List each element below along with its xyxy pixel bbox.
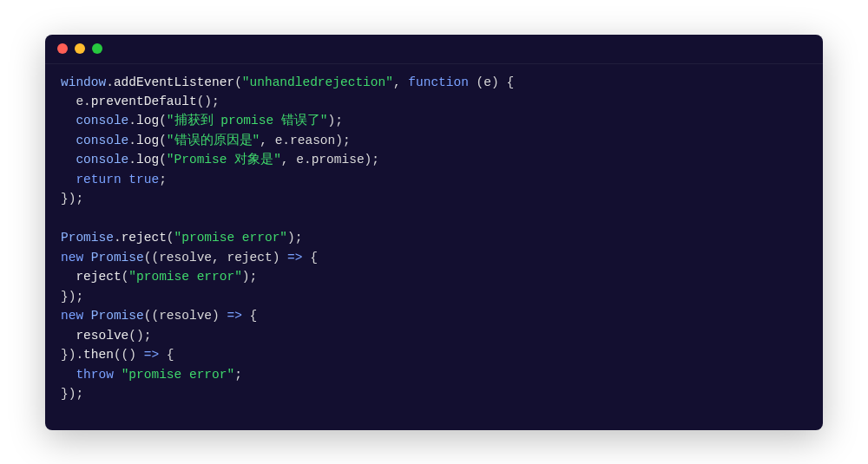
code-token: (: [234, 75, 242, 89]
code-token: (: [167, 231, 174, 245]
code-token: .: [128, 134, 136, 147]
code-token: [61, 329, 76, 343]
code-token: new: [61, 251, 83, 265]
code-token: function: [408, 75, 469, 89]
code-token: reject: [122, 231, 167, 245]
code-token: window: [61, 75, 106, 89]
zoom-icon[interactable]: [92, 43, 102, 54]
code-window: window.addEventListener("unhandledreject…: [45, 35, 823, 430]
code-token: .: [83, 95, 91, 108]
code-token: =>: [227, 309, 241, 323]
code-token: [61, 173, 76, 186]
code-token: "Promise 对象是": [167, 153, 281, 167]
code-token: then: [83, 348, 114, 362]
code-token: e: [483, 75, 491, 89]
code-token: );: [287, 231, 302, 245]
code-block: window.addEventListener("unhandledreject…: [61, 73, 823, 404]
minimize-icon[interactable]: [75, 43, 85, 54]
code-token: }).: [61, 348, 83, 362]
code-token: ,: [260, 134, 274, 147]
code-token: ((: [144, 309, 159, 323]
code-scroll-area[interactable]: window.addEventListener("unhandledreject…: [45, 64, 823, 430]
code-token: "错误的原因是": [167, 134, 260, 147]
code-token: "unhandledrejection": [242, 75, 393, 89]
close-icon[interactable]: [57, 43, 68, 54]
code-token: ;: [159, 173, 167, 186]
code-token: ): [212, 309, 227, 323]
code-token: promise: [312, 153, 365, 167]
code-token: return: [76, 173, 121, 186]
code-token: {: [159, 348, 174, 362]
code-token: log: [136, 114, 159, 127]
code-token: .: [304, 153, 312, 167]
code-token: [61, 153, 76, 167]
code-token: console: [76, 153, 128, 167]
code-token: "promise error": [174, 231, 288, 245]
code-token: resolve: [76, 329, 128, 343]
code-token: [61, 134, 76, 147]
code-token: reject: [76, 270, 121, 284]
code-token: "promise error": [128, 270, 242, 284]
code-token: ,: [281, 153, 296, 167]
code-token: console: [76, 114, 128, 127]
code-token: true: [128, 173, 159, 186]
code-token: ((: [144, 251, 159, 265]
code-token: resolve: [159, 251, 212, 265]
code-token: log: [136, 153, 159, 167]
code-token: resolve: [159, 309, 212, 323]
code-token: .: [282, 134, 290, 147]
code-token: ();: [197, 95, 220, 108]
code-token: console: [76, 134, 128, 147]
code-token: Promise: [91, 251, 144, 265]
code-token: new: [61, 309, 83, 323]
code-token: [61, 95, 76, 108]
code-token: ,: [212, 251, 227, 265]
code-token: );: [335, 134, 350, 147]
code-token: {: [242, 309, 257, 323]
code-token: e: [76, 95, 83, 108]
code-token: .: [128, 153, 136, 167]
code-token: ): [273, 251, 287, 265]
code-token: (: [469, 75, 483, 89]
code-token: ,: [393, 75, 408, 89]
code-token: [83, 309, 91, 323]
code-token: "捕获到 promise 错误了": [167, 114, 328, 127]
code-token: (: [159, 114, 167, 127]
code-token: addEventListener: [114, 75, 234, 89]
code-token: .: [128, 114, 136, 127]
code-token: });: [61, 290, 83, 304]
code-token: [114, 368, 122, 382]
code-token: ;: [234, 368, 242, 382]
code-token: log: [136, 134, 159, 147]
code-token: );: [242, 270, 257, 284]
code-token: throw: [76, 368, 114, 382]
code-token: ((): [114, 348, 144, 362]
code-token: [83, 251, 91, 265]
titlebar: [45, 35, 823, 64]
code-token: Promise: [61, 231, 114, 245]
code-token: ();: [128, 329, 151, 343]
code-token: reason: [290, 134, 335, 147]
code-token: Promise: [91, 309, 144, 323]
code-token: =>: [287, 251, 302, 265]
code-token: [61, 368, 76, 382]
code-token: "promise error": [122, 368, 235, 382]
code-token: [61, 114, 76, 127]
code-token: );: [365, 153, 379, 167]
code-token: .: [106, 75, 114, 89]
code-token: ) {: [491, 75, 514, 89]
code-token: [61, 212, 69, 225]
code-token: (: [159, 134, 167, 147]
code-token: e: [296, 153, 304, 167]
code-token: );: [328, 114, 343, 127]
code-token: reject: [227, 251, 272, 265]
code-token: });: [61, 192, 83, 206]
code-token: .: [114, 231, 122, 245]
code-token: {: [303, 251, 318, 265]
code-token: preventDefault: [91, 95, 197, 108]
code-token: (: [159, 153, 167, 167]
code-token: });: [61, 387, 83, 401]
code-token: =>: [144, 348, 159, 362]
code-token: [61, 270, 76, 284]
